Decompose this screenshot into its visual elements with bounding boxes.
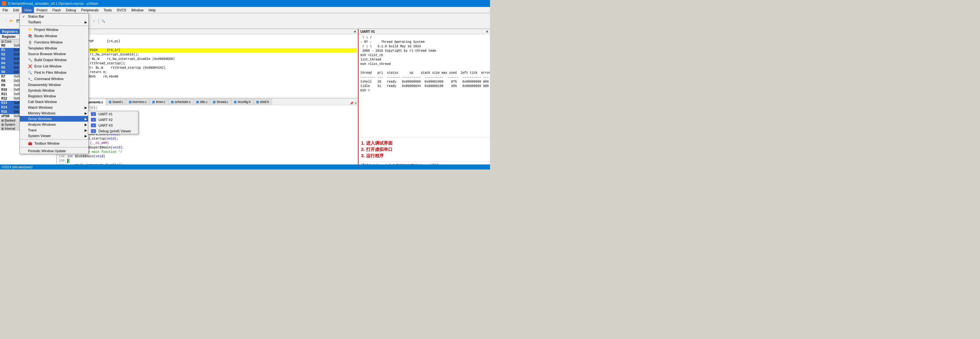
tab-board-c[interactable]: board.c: [106, 99, 126, 105]
disasm-highlighted-line: →0x080042D0B510PUSH {r4,lr}: [58, 48, 356, 53]
code-line: (*fn_ptr)();: [67, 106, 356, 110]
disasm-line: 0x080042D2F005FDBL.W rt_hw_interrupt_dis…: [58, 57, 356, 61]
tab-shell-h[interactable]: shell.h: [253, 99, 272, 105]
disassembly-header: Disassembly ×: [57, 29, 358, 34]
annotation-step2: 2. 打开虚拟串口: [361, 146, 487, 152]
menu-bar: File Edit View Project Flash Debug Perip…: [0, 7, 490, 13]
menu-project[interactable]: Project: [34, 7, 50, 13]
disasm-line: 156: return 0;: [58, 70, 356, 75]
disassembly-close[interactable]: ×: [354, 30, 356, 34]
menu-debug-printf-viewer[interactable]: D Debug (printf) Viewer: [88, 128, 138, 134]
menu-build-output-window[interactable]: 🔨 Build Output Window: [20, 57, 88, 63]
menu-watch-windows[interactable]: Watch Windows ▶: [20, 105, 88, 110]
menu-memory-windows[interactable]: Memory Windows ▶: [20, 110, 88, 116]
menu-edit[interactable]: Edit: [11, 7, 22, 13]
uart-panel: UART #1 × \ | / - RT - Thread Operating …: [358, 29, 490, 170]
menu-sep-3: [20, 147, 88, 147]
status-text: ©2014 shin-windows2: [2, 165, 33, 169]
menu-analysis-windows[interactable]: Analysis Windows ▶: [20, 122, 88, 127]
uart1-icon: U: [91, 112, 96, 116]
menu-find-in-files-window[interactable]: 🔍 Find In Files Window: [20, 69, 88, 76]
code-line: #if defined (__CC_ARM): [67, 141, 356, 146]
toolbar-new[interactable]: 📄: [1, 18, 8, 24]
menu-serial-windows[interactable]: Serial Windows ▶: [20, 116, 88, 122]
menu-templates-window[interactable]: Templates Window: [20, 45, 88, 51]
code-line: int rtthread_startup(void);: [67, 137, 356, 141]
menu-source-browser-window[interactable]: Source Browser Window: [20, 51, 88, 57]
tab-close-area: 📌 ×: [350, 101, 358, 105]
menu-help[interactable]: Help: [146, 7, 158, 13]
menu-books-window[interactable]: 📚 Books Window: [20, 33, 88, 39]
center-panel: Disassembly × 265: } 0x080042CEBD10POP {…: [57, 29, 358, 170]
tab-kservice-c[interactable]: kservice.c: [126, 99, 150, 105]
uart-close[interactable]: ×: [486, 30, 488, 34]
tab-close[interactable]: ×: [355, 101, 356, 105]
dropdown-overlay: ✓ Status Bar Toolbars ▶ 📁 Project Window…: [19, 13, 89, 154]
uart-title: UART #1: [360, 30, 375, 34]
tab-scheduler-c[interactable]: scheduler.c: [168, 99, 194, 105]
menu-view[interactable]: View: [22, 7, 34, 13]
toolbar-sep-4: [99, 18, 99, 24]
menu-toolbox-window[interactable]: 🧰 Toolbox Window: [20, 140, 88, 147]
uart-header: UART #1 ×: [358, 29, 490, 34]
toolbar-step-out[interactable]: ↑: [91, 18, 97, 24]
tab-rtconfig-h[interactable]: rtconfig.h: [231, 99, 253, 105]
menu-registers-window[interactable]: Registers Window: [20, 93, 88, 99]
menu-file[interactable]: File: [0, 7, 11, 13]
serial-submenu: U UART #1 U UART #2 U UART #3 D Debug (p…: [88, 111, 138, 134]
menu-uart1[interactable]: U UART #1: [88, 111, 138, 117]
annotation-step1: 1. 进入调试界面: [361, 140, 487, 146]
menu-command-window[interactable]: >_ Command Window: [20, 76, 88, 82]
menu-svcs[interactable]: SVCS: [114, 7, 129, 13]
disasm-line: 265: }: [58, 35, 356, 39]
menu-project-window[interactable]: 📁 Project Window: [20, 26, 88, 33]
menu-periodic-window-update[interactable]: Periodic Window Update: [20, 148, 88, 154]
menu-error-list-window[interactable]: ❌ Error List Window: [20, 63, 88, 69]
menu-status-bar[interactable]: ✓ Status Bar: [20, 14, 88, 19]
tab-pin[interactable]: 📌: [350, 101, 353, 105]
disasm-line: 155: rtthread_startup();: [58, 61, 356, 66]
toolbar-search[interactable]: 🔍: [100, 18, 106, 24]
code-line: /* re-define main function */: [67, 150, 356, 154]
code-line-marked: {: [67, 159, 356, 163]
menu-call-stack-window[interactable]: Call Stack Window: [20, 99, 88, 105]
menu-debug[interactable]: Debug: [64, 7, 79, 13]
tab-timer-c[interactable]: timer.c: [150, 99, 168, 105]
code-tabs: main.c components.c board.c kservice.c t…: [57, 98, 358, 105]
menu-disassembly-window[interactable]: Disassembly Window: [20, 82, 88, 88]
disasm-line: 0x080042DA2000MOVS r0,#0x00: [58, 75, 356, 79]
disasm-line: 0x080042CEBD10POP {r4,pc}: [58, 39, 356, 44]
menu-toolbars[interactable]: Toolbars ▶: [20, 19, 88, 25]
view-menu: ✓ Status Bar Toolbars ▶ 📁 Project Window…: [19, 13, 89, 154]
uart-content[interactable]: \ | / - RT - Thread Operating System / |…: [358, 34, 490, 137]
menu-flash[interactable]: Flash: [50, 7, 64, 13]
menu-tools[interactable]: Tools: [101, 7, 115, 13]
code-line: extern int $Super$$main(void);: [67, 146, 356, 150]
menu-functions-window[interactable]: {} Functions Window: [20, 39, 88, 45]
tab-idle-c[interactable]: idle.c: [193, 99, 210, 105]
status-bar: ©2014 shin-windows2: [0, 165, 490, 170]
menu-system-viewer[interactable]: System Viewer ▶: [20, 133, 88, 139]
uart3-icon: U: [91, 123, 96, 127]
menu-window[interactable]: Window: [129, 7, 146, 13]
menu-sep-1: [20, 26, 88, 26]
annotation-step3: 3. 运行程序: [361, 152, 487, 159]
app-icon: µ: [2, 1, 6, 6]
uart2-icon: U: [91, 118, 96, 122]
registers-title: Registers: [2, 30, 18, 34]
menu-symbols-window[interactable]: Symbols Window: [20, 88, 88, 93]
menu-peripherals[interactable]: Peripherals: [79, 7, 101, 13]
menu-trace[interactable]: Trace ▶: [20, 127, 88, 133]
title-text: E:\temp\rtthread_simulator_v0.1.0\projec…: [8, 2, 98, 5]
debug-printf-icon: D: [91, 129, 96, 133]
disassembly-content[interactable]: 265: } 0x080042CEBD10POP {r4,pc} 153: { …: [57, 34, 358, 97]
menu-uart3[interactable]: U UART #3: [88, 123, 138, 128]
toolbar-open[interactable]: 📂: [8, 18, 14, 24]
disasm-line: 0x080042D6F7FFFFE4BL.W rtthread_startup …: [58, 66, 356, 70]
tab-thread-c[interactable]: thread.c: [210, 99, 231, 105]
code-line: int $Sub$$main(void): [67, 154, 356, 159]
title-bar: µ E:\temp\rtthread_simulator_v0.1.0\proj…: [0, 0, 490, 7]
disassembly-area: Disassembly × 265: } 0x080042CEBD10POP {…: [57, 29, 358, 98]
disasm-line: 153: {: [58, 44, 356, 48]
menu-uart2[interactable]: U UART #2: [88, 117, 138, 123]
